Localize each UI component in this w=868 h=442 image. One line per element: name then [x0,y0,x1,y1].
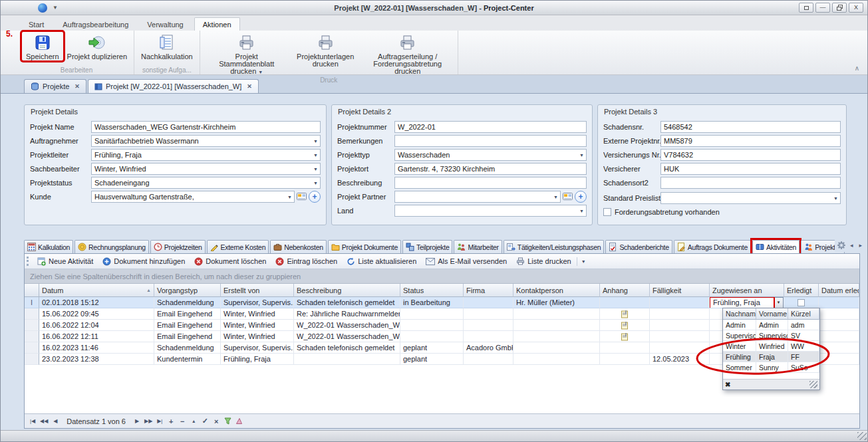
cell-datum[interactable]: 16.06.2022 12:11 [39,331,154,342]
cell-datum-erledigt[interactable] [819,331,859,342]
refresh-list-button[interactable]: Liste aktualisieren [343,256,420,267]
cell-datum-erledigt[interactable] [819,320,859,331]
nav-prev-page-button[interactable]: ◀◀ [39,416,49,427]
contact-card-icon[interactable] [297,192,307,202]
standard-preisliste-combo[interactable]: ▼ [660,192,841,204]
cell-erstellt-von[interactable]: Winter, Winfried [221,320,294,331]
tab-scroll-left-icon[interactable]: ◂ [848,241,855,249]
popup-column-kuerzel[interactable]: Kürzel [788,308,819,320]
versicherer-field[interactable] [660,163,841,175]
cell-firma[interactable] [464,308,513,320]
cell-anhang[interactable] [600,342,650,354]
nav-prev-button[interactable]: ◀ [50,416,61,427]
cell-anhang[interactable] [600,354,650,365]
cell-beschreibung[interactable] [294,354,400,365]
cell-status[interactable]: geplant [400,354,464,365]
cell-faelligkeit[interactable] [650,320,710,331]
cell-beschreibung[interactable]: Re: Jährliche Rauchwarnmelderwar [294,308,400,320]
cell-kontaktperson[interactable] [513,331,600,342]
cell-kontaktperson[interactable] [513,320,600,331]
cell-vorgangstyp[interactable]: Email Eingehend [154,308,221,320]
column-header-faelligkeit[interactable]: Fälligkeit [650,284,710,297]
column-header-erledigt[interactable]: Erledigt [784,284,819,297]
popup-column-nachname[interactable]: Nachname [723,308,756,320]
column-header-beschreibung[interactable]: Beschreibung [294,284,400,297]
cell-faelligkeit[interactable] [650,297,710,308]
delete-entry-button[interactable]: Eintrag löschen [271,256,341,267]
print-projektunterlagen-button[interactable]: Projektunterlagen drucken [291,32,361,68]
tab-scroll-right-icon[interactable]: ▸ [857,241,864,249]
projekt-name-field[interactable] [91,121,321,133]
popup-row-supervisor[interactable]: SupervisorSupervisorSV [723,330,819,341]
popup-row-fruehling[interactable]: FrühlingFrajaFF [723,352,819,362]
cell-beschreibung[interactable]: W_2022-01 Wasserschaden_WEG [294,331,400,342]
tab-aktivitaeten[interactable]: 2.Aktivitäten [752,240,799,253]
cell-datum[interactable]: 16.06.2022 12:04 [39,320,154,331]
cell-firma[interactable] [464,354,513,365]
tab-externe-kosten[interactable]: Externe Kosten [207,240,269,253]
cell-kontaktperson[interactable] [513,354,600,365]
tab-projektzeiten[interactable]: Projektzeiten [150,240,206,253]
cell-vorgangstyp[interactable]: Email Eingehend [154,320,221,331]
cell-status[interactable] [400,320,464,331]
schadensort2-field[interactable] [660,177,841,189]
popup-column-vorname[interactable]: Vorname [756,308,788,320]
close-icon[interactable]: ✕ [74,83,80,90]
tab-auftrags-dokumente[interactable]: Auftrags Dokumente [674,240,751,253]
projekttyp-combo[interactable]: Wasserschaden▼ [394,149,587,161]
sachbearbeiter-combo[interactable]: Winter, Winfried▼ [91,163,321,175]
column-header-anhang[interactable]: Anhang [600,284,650,297]
toolbar-grip[interactable] [27,257,29,266]
save-button[interactable]: 5. Speichern [22,32,63,60]
print-stammdatenblatt-button[interactable]: Projekt Stammdatenblatt drucken ▼ [203,32,291,76]
beschreibung-field[interactable] [394,177,587,189]
tab-mitarbeiter[interactable]: Mitarbeiter [454,240,502,253]
projektnummer-field[interactable] [394,121,587,133]
projektort-field[interactable] [394,163,587,175]
customize-icon[interactable] [233,416,244,427]
column-header-zugewiesen-an[interactable]: Zugewiesen an [710,284,784,297]
kunde-combo[interactable]: Hausverwaltung Gartenstraße,▼ [91,191,295,203]
nav-first-button[interactable]: |◀ [27,416,38,427]
quick-access-caret-icon[interactable]: ▼ [53,5,58,11]
app-icon[interactable] [38,3,47,13]
resize-grip[interactable] [857,432,867,440]
nav-append-button[interactable]: + [166,416,176,427]
cell-beschreibung[interactable]: Schaden telefonisch gemeldet [294,342,400,354]
auftragnehmer-combo[interactable]: Sanitärfachbetrieb Wassermann▼ [91,135,321,147]
ribbon-collapse-icon[interactable]: ∧ [855,64,859,72]
minimize-button[interactable]: — [815,3,830,13]
cell-datum[interactable]: 02.01.2018 15:12 [39,297,154,308]
land-combo[interactable]: ▼ [394,205,587,217]
cell-anhang[interactable] [600,308,650,320]
cell-erstellt-von[interactable]: Winter, Winfried [221,308,294,320]
projekt-partner-combo[interactable]: ▼ [394,191,561,203]
editor-dropdown-button[interactable]: ▼ [774,298,783,308]
cell-datum[interactable]: 23.02.2023 12:38 [39,354,154,365]
tab-kalkulation[interactable]: Kalkulation [24,240,73,253]
nav-next-button[interactable]: ▶ [132,416,142,427]
nachkalkulation-button[interactable]: Nachkalkulation [137,32,197,60]
cell-vorgangstyp[interactable]: Schadenmeldung [154,297,221,308]
cell-kontaktperson[interactable] [513,308,600,320]
restore-button[interactable] [832,3,847,13]
filter-icon[interactable] [222,416,233,427]
zugewiesen-an-editor[interactable]: 4.Frühling, Fraja ▼ [710,297,784,308]
ribbon-tab-auftragsbearbeitung[interactable]: Auftragsbearbeitung [55,18,136,31]
cell-firma[interactable]: Acadoro GmbH [464,342,513,354]
cell-erstellt-von[interactable]: Supervisor, Supervis... [221,297,294,308]
tab-teilprojekte[interactable]: Teilprojekte [402,240,453,253]
projektleiter-combo[interactable]: Frühling, Fraja▼ [91,149,321,161]
cell-status[interactable]: geplant [400,342,464,354]
cell-firma[interactable] [464,297,513,308]
externe-projektnr-field[interactable] [660,135,841,147]
close-button[interactable]: X [849,3,863,13]
nav-post-button[interactable]: ✓ [200,416,210,427]
cell-kontaktperson[interactable]: Hr. Müller (Mieter) [513,297,600,308]
add-kunde-button[interactable]: + [309,191,321,203]
cell-status[interactable] [400,331,464,342]
nav-cancel-button[interactable]: × [211,416,221,427]
nav-next-page-button[interactable]: ▶▶ [143,416,154,427]
tab-taetigkeiten[interactable]: Tätigkeiten/Leistungsphasen [504,240,605,253]
add-partner-button[interactable]: + [575,191,587,203]
